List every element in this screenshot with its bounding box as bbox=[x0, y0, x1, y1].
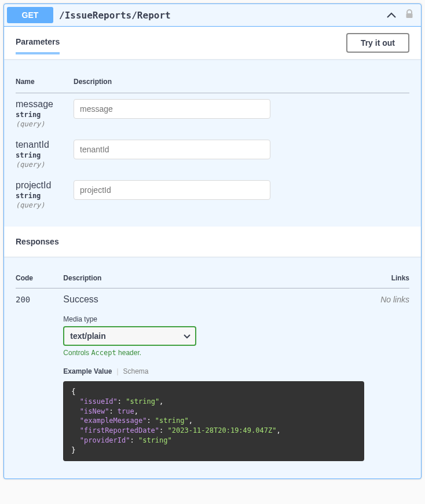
example-code-block: { "issueId": "string", "isNew": true, "e… bbox=[63, 381, 364, 461]
svg-rect-0 bbox=[406, 13, 413, 18]
param-in: (query) bbox=[16, 120, 74, 128]
responses-inner: Code Description Links 200 Success Media… bbox=[4, 257, 421, 479]
example-val-examplemessage: "string" bbox=[155, 417, 189, 425]
param-header-name: Name bbox=[16, 71, 74, 93]
media-type-select[interactable]: text/plain bbox=[63, 326, 196, 346]
responses-title: Responses bbox=[16, 237, 409, 246]
table-row: projectId string (query) bbox=[16, 174, 409, 215]
param-header-description: Description bbox=[74, 71, 409, 93]
param-input-message[interactable] bbox=[74, 99, 270, 119]
response-header-code: Code bbox=[16, 268, 63, 288]
param-in: (query) bbox=[16, 160, 74, 169]
example-val-isnew: true bbox=[118, 407, 134, 415]
lock-icon[interactable] bbox=[405, 9, 413, 21]
media-type-label: Media type bbox=[63, 315, 364, 323]
http-method-badge: GET bbox=[7, 7, 53, 23]
param-name: projectId bbox=[16, 180, 74, 191]
tab-example-value[interactable]: Example Value bbox=[63, 367, 112, 375]
param-input-tenantid[interactable] bbox=[74, 140, 270, 159]
no-links-text: No links bbox=[380, 295, 409, 304]
example-tabs: Example Value | Schema bbox=[63, 367, 364, 375]
tab-schema[interactable]: Schema bbox=[123, 367, 149, 375]
response-header-description: Description bbox=[63, 268, 364, 288]
response-code: 200 bbox=[16, 295, 30, 304]
param-type: string bbox=[16, 191, 74, 201]
operation-block: GET /IssueReports/Report Parameters Try … bbox=[3, 3, 422, 479]
table-row: 200 Success Media type text/plain bbox=[16, 288, 409, 467]
param-input-projectid[interactable] bbox=[74, 180, 270, 200]
example-val-issueid: "string" bbox=[126, 397, 159, 406]
parameters-container: Name Description message string (query) bbox=[4, 59, 421, 227]
param-name: message bbox=[16, 99, 74, 109]
table-row: tenantId string (query) bbox=[16, 134, 409, 174]
endpoint-path: /IssueReports/Report bbox=[59, 10, 381, 21]
example-val-providerid: "string" bbox=[138, 436, 172, 444]
response-header-links: Links bbox=[364, 268, 409, 288]
chevron-up-icon bbox=[387, 10, 396, 20]
param-type: string bbox=[16, 109, 74, 120]
operation-summary[interactable]: GET /IssueReports/Report bbox=[4, 4, 421, 27]
controls-accept-text: Controls Accept header. bbox=[63, 349, 364, 357]
param-name: tenantId bbox=[16, 140, 74, 150]
operation-body: Parameters Try it out Name Description m… bbox=[4, 27, 421, 479]
example-val-firstreporteddate: "2023-11-28T20:19:49.047Z" bbox=[168, 426, 277, 434]
param-type: string bbox=[16, 150, 74, 160]
table-row: message string (query) bbox=[16, 93, 409, 134]
responses-header: Responses bbox=[4, 227, 421, 257]
parameters-table: Name Description message string (query) bbox=[16, 71, 409, 215]
parameters-header: Parameters Try it out bbox=[4, 27, 421, 59]
response-description: Success bbox=[63, 294, 364, 305]
media-type-select-wrap: text/plain bbox=[63, 326, 196, 346]
tab-parameters[interactable]: Parameters bbox=[16, 31, 60, 54]
param-in: (query) bbox=[16, 201, 74, 209]
try-it-out-button[interactable]: Try it out bbox=[346, 33, 409, 53]
responses-table: Code Description Links 200 Success Media… bbox=[16, 268, 409, 467]
tab-divider: | bbox=[116, 367, 118, 375]
